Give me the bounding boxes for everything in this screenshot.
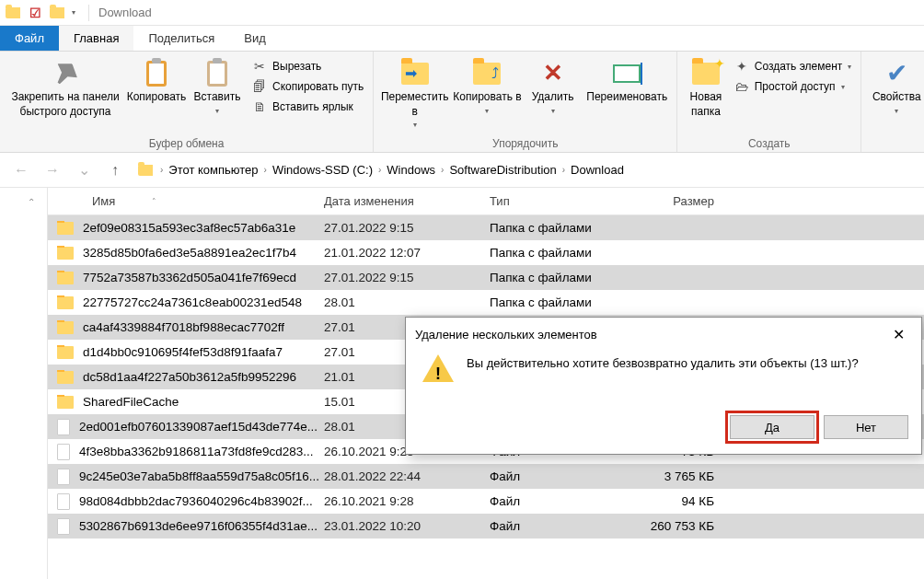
rename-button[interactable]: Переименовать bbox=[583, 55, 671, 105]
column-headers: Имя˄ Дата изменения Тип Размер bbox=[48, 188, 924, 215]
easy-access-button[interactable]: 🗁Простой доступ ▾ bbox=[731, 77, 856, 96]
chevron-right-icon[interactable]: › bbox=[158, 165, 165, 175]
copy-button[interactable]: Копировать bbox=[127, 55, 186, 105]
copy-to-icon: ⤴ bbox=[472, 59, 502, 88]
dialog-message: Вы действительно хотите безвозвратно уда… bbox=[467, 354, 859, 410]
file-name: dc58d1aa4f227a50b3612a5fb9952296 bbox=[83, 370, 296, 384]
file-name: 2ed001efb07601339087aef15d43de774e... bbox=[79, 420, 318, 434]
address-folder-icon bbox=[138, 165, 153, 176]
file-type: Папка с файлами bbox=[490, 246, 628, 260]
file-icon bbox=[57, 493, 70, 510]
move-to-button[interactable]: ➡ Переместить в▾ bbox=[379, 55, 450, 131]
pin-icon bbox=[51, 59, 80, 88]
folder-icon bbox=[57, 247, 74, 260]
paste-button[interactable]: Вставить ▾ bbox=[188, 55, 247, 116]
file-type: Файл bbox=[490, 519, 628, 533]
paste-shortcut-icon: 🗎 bbox=[252, 99, 267, 114]
file-date: 26.10.2021 9:28 bbox=[324, 494, 490, 508]
folder-icon bbox=[57, 321, 74, 334]
file-name: SharedFileCache bbox=[83, 395, 179, 409]
file-name: 9c245e03e7aba5b8ff8aa559d75a8c05f16... bbox=[79, 469, 319, 483]
new-item-button[interactable]: ✦Создать элемент ▾ bbox=[731, 57, 856, 75]
file-name: 7752a73587b3362d505a041fe7f69ecd bbox=[83, 271, 296, 284]
file-type: Файл bbox=[490, 469, 628, 483]
nav-back-button[interactable]: ← bbox=[7, 156, 35, 184]
file-row[interactable]: 7752a73587b3362d505a041fe7f69ecd27.01.20… bbox=[48, 265, 924, 290]
group-label-clipboard: Буфер обмена bbox=[6, 135, 367, 150]
column-size[interactable]: Размер bbox=[628, 194, 729, 208]
delete-button[interactable]: ✕ Удалить▾ bbox=[525, 55, 581, 116]
tab-file[interactable]: Файл bbox=[0, 26, 59, 51]
column-date[interactable]: Дата изменения bbox=[324, 194, 490, 208]
app-folder-icon bbox=[6, 6, 20, 20]
nav-history-button[interactable]: ⌄ bbox=[70, 156, 98, 184]
chevron-right-icon[interactable]: › bbox=[376, 165, 383, 175]
dialog-close-button[interactable]: ✕ bbox=[885, 322, 912, 347]
file-size: 3 765 КБ bbox=[628, 469, 729, 483]
file-icon bbox=[57, 444, 70, 460]
qat-properties-icon[interactable]: ☑ bbox=[28, 6, 42, 20]
tab-share[interactable]: Поделиться bbox=[133, 26, 229, 51]
column-name[interactable]: Имя˄ bbox=[48, 194, 324, 208]
new-folder-button[interactable]: Новая папка bbox=[683, 55, 728, 119]
file-row[interactable]: 2ef09e08315a593ec3af8ec57ab6a31e27.01.20… bbox=[48, 215, 924, 240]
paste-shortcut-button[interactable]: 🗎Вставить ярлык bbox=[248, 98, 367, 116]
nav-tree[interactable]: ⌃ bbox=[0, 188, 48, 579]
file-type: Файл bbox=[490, 494, 628, 508]
crumb-softwaredistribution[interactable]: SoftwareDistribution bbox=[447, 161, 558, 179]
dialog-yes-button[interactable]: Да bbox=[730, 415, 814, 439]
file-row[interactable]: 22775727cc24a7361c8eab00231ed54828.01Пап… bbox=[48, 290, 924, 315]
easy-access-icon: 🗁 bbox=[734, 79, 749, 94]
copy-path-icon: 🗐 bbox=[252, 79, 267, 94]
properties-button[interactable]: ✔ Свойства▾ bbox=[867, 55, 924, 116]
chevron-right-icon[interactable]: › bbox=[560, 165, 567, 175]
nav-forward-button[interactable]: → bbox=[39, 156, 66, 184]
group-label-new: Создать bbox=[683, 135, 855, 150]
crumb-windows[interactable]: Windows bbox=[385, 161, 437, 179]
chevron-right-icon[interactable]: › bbox=[439, 165, 445, 175]
file-icon bbox=[57, 469, 70, 485]
new-item-icon: ✦ bbox=[734, 59, 749, 74]
nav-up-button[interactable]: ↑ bbox=[101, 156, 129, 184]
file-date: 27.01.2022 9:15 bbox=[324, 271, 490, 284]
ribbon: Закрепить на панели быстрого доступа Коп… bbox=[0, 52, 924, 153]
copy-to-button[interactable]: ⤴ Копировать в▾ bbox=[452, 55, 523, 116]
chevron-right-icon[interactable]: › bbox=[262, 165, 269, 175]
ribbon-tabs: Файл Главная Поделиться Вид bbox=[0, 26, 924, 52]
nav-bar: ← → ⌄ ↑ › Этот компьютер › Windows-SSD (… bbox=[0, 153, 924, 188]
file-row[interactable]: 5302867b6913de6ee9716f06355f4d31ae...23.… bbox=[48, 514, 924, 538]
file-row[interactable]: 98d084dbbb2dac7936040296c4b83902f...26.1… bbox=[48, 489, 924, 514]
file-icon bbox=[57, 419, 70, 435]
qat-folder-icon[interactable] bbox=[50, 6, 64, 20]
copy-path-button[interactable]: 🗐Скопировать путь bbox=[248, 77, 367, 96]
file-size: 94 КБ bbox=[628, 494, 729, 508]
file-name: ca4af4339884f7018bf988ecac7702ff bbox=[83, 320, 284, 334]
crumb-download[interactable]: Download bbox=[569, 161, 626, 179]
new-folder-icon bbox=[691, 59, 721, 88]
window-title: Download bbox=[95, 6, 152, 19]
qat-dropdown-icon[interactable]: ▾ bbox=[72, 8, 75, 17]
dialog-no-button[interactable]: Нет bbox=[824, 415, 908, 439]
pin-to-quick-access-button[interactable]: Закрепить на панели быстрого доступа bbox=[6, 55, 125, 119]
tab-view[interactable]: Вид bbox=[229, 26, 281, 51]
column-type[interactable]: Тип bbox=[490, 194, 628, 208]
file-name: 5302867b6913de6ee9716f06355f4d31ae... bbox=[79, 519, 318, 533]
file-name: 2ef09e08315a593ec3af8ec57ab6a31e bbox=[83, 221, 295, 235]
file-date: 21.01.2022 12:07 bbox=[324, 246, 490, 260]
folder-icon bbox=[57, 296, 74, 309]
file-icon bbox=[57, 518, 70, 535]
delete-confirm-dialog: Удаление нескольких элементов ✕ Вы дейст… bbox=[405, 317, 922, 455]
delete-icon: ✕ bbox=[538, 59, 568, 88]
folder-icon bbox=[57, 222, 74, 235]
file-row[interactable]: 3285d85b0fa6ed3e5a8891ea2ec1f7b421.01.20… bbox=[48, 240, 924, 265]
file-row[interactable]: 9c245e03e7aba5b8ff8aa559d75a8c05f16...28… bbox=[48, 464, 924, 489]
folder-icon bbox=[57, 272, 74, 284]
tab-home[interactable]: Главная bbox=[59, 26, 133, 51]
cut-button[interactable]: ✂Вырезать bbox=[248, 57, 367, 75]
dialog-title: Удаление нескольких элементов bbox=[415, 328, 597, 342]
file-name: 3285d85b0fa6ed3e5a8891ea2ec1f7b4 bbox=[83, 246, 296, 260]
address-bar[interactable]: › Этот компьютер › Windows-SSD (C:) › Wi… bbox=[133, 158, 917, 182]
crumb-this-pc[interactable]: Этот компьютер bbox=[167, 161, 260, 179]
crumb-drive[interactable]: Windows-SSD (C:) bbox=[271, 161, 375, 179]
tree-expand-icon[interactable]: ⌃ bbox=[28, 197, 35, 207]
